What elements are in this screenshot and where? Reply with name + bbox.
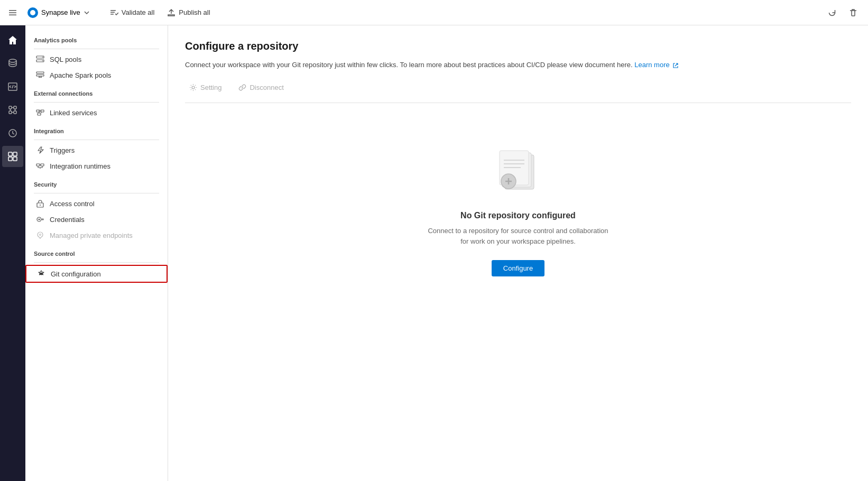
nav-divider-source-control: [34, 262, 159, 263]
git-configuration-label: Git configuration: [51, 270, 101, 278]
empty-state-description: Connect to a repository for source contr…: [428, 226, 608, 248]
page-description: Connect your workspace with your Git rep…: [185, 60, 851, 70]
nav-item-credentials[interactable]: Credentials: [25, 211, 168, 227]
validate-all-label: Validate all: [122, 8, 155, 16]
access-control-label: Access control: [50, 200, 95, 208]
svg-point-33: [40, 234, 41, 236]
topbar: Synapse live Validate all Publish all: [0, 0, 868, 25]
nav-section-security: Security: [25, 174, 168, 191]
sidebar-item-develop[interactable]: [2, 76, 23, 97]
svg-rect-5: [110, 12, 115, 13]
triggers-label: Triggers: [50, 146, 75, 154]
nav-item-apache-spark-pools[interactable]: Apache Spark pools: [25, 67, 168, 83]
trigger-icon: [36, 146, 44, 154]
learn-more-link[interactable]: Learn more: [634, 61, 679, 69]
svg-rect-9: [9, 106, 12, 109]
empty-state-title: No Git repository configured: [460, 211, 576, 220]
svg-rect-14: [8, 152, 12, 156]
nav-item-access-control[interactable]: Access control: [25, 196, 168, 211]
svg-rect-0: [9, 10, 16, 11]
nav-section-external-connections: External connections: [25, 83, 168, 100]
toolbar: Setting Disconnect: [185, 81, 851, 103]
content-area: Configure a repository Connect your work…: [168, 25, 868, 481]
managed-private-endpoints-label: Managed private endpoints: [50, 232, 133, 239]
runtime-icon: [36, 162, 44, 170]
validate-all-button[interactable]: Validate all: [105, 6, 160, 20]
sidebar-item-integrate[interactable]: [2, 99, 23, 121]
main-layout: Analytics pools SQL pools Apache Spark p…: [0, 25, 868, 481]
nav-item-linked-services[interactable]: Linked services: [25, 105, 168, 121]
nav-section-source-control: Source control: [25, 243, 168, 260]
svg-point-20: [42, 57, 43, 58]
linked-services-label: Linked services: [50, 109, 97, 117]
svg-rect-22: [36, 72, 44, 73]
svg-rect-1: [9, 12, 16, 13]
git-icon: [37, 270, 45, 278]
svg-point-35: [192, 86, 195, 89]
svg-rect-23: [36, 75, 44, 76]
topbar-right: [824, 4, 862, 21]
svg-rect-11: [9, 111, 12, 114]
configure-button[interactable]: Configure: [492, 260, 544, 276]
svg-rect-10: [14, 106, 16, 109]
nav-section-integration: Integration: [25, 121, 168, 137]
nav-item-triggers[interactable]: Triggers: [25, 142, 168, 158]
data-icon: [7, 58, 18, 69]
svg-rect-15: [13, 152, 17, 156]
svg-point-34: [40, 273, 42, 275]
workspace-selector[interactable]: Synapse live: [23, 5, 94, 20]
nav-panel: Analytics pools SQL pools Apache Spark p…: [25, 25, 168, 481]
nav-item-git-configuration[interactable]: Git configuration: [25, 265, 168, 283]
delete-button[interactable]: [845, 4, 862, 21]
svg-rect-27: [36, 164, 40, 166]
credentials-label: Credentials: [50, 216, 85, 224]
svg-rect-17: [13, 157, 17, 161]
svg-point-3: [30, 10, 35, 15]
endpoint-icon: [36, 231, 44, 239]
svg-point-21: [42, 60, 43, 61]
setting-icon: [189, 84, 197, 91]
publish-all-button[interactable]: Publish all: [162, 6, 215, 20]
workspace-icon: [27, 7, 38, 18]
home-icon: [7, 35, 18, 45]
icon-sidebar: [0, 25, 25, 481]
topbar-actions: Validate all Publish all: [105, 6, 216, 20]
disconnect-button[interactable]: Disconnect: [234, 81, 288, 94]
sidebar-item-monitor[interactable]: [2, 123, 23, 144]
svg-rect-28: [41, 164, 44, 166]
monitor-icon: [7, 128, 18, 138]
refresh-button[interactable]: [824, 4, 841, 21]
access-icon: [36, 199, 44, 208]
manage-icon: [7, 151, 18, 162]
validate-icon: [110, 8, 118, 17]
setting-button[interactable]: Setting: [185, 81, 226, 94]
nav-item-integration-runtimes[interactable]: Integration runtimes: [25, 158, 168, 174]
link-icon: [36, 108, 44, 117]
nav-divider-security: [34, 193, 159, 193]
sidebar-item-manage[interactable]: [2, 146, 23, 167]
nav-divider-integration: [34, 140, 159, 140]
publish-icon: [167, 8, 176, 17]
nav-section-analytics-pools: Analytics pools: [25, 30, 168, 47]
svg-point-7: [9, 59, 16, 62]
integrate-icon: [7, 105, 18, 115]
svg-rect-26: [38, 113, 41, 115]
sql-pools-label: SQL pools: [50, 56, 81, 63]
apache-spark-pools-label: Apache Spark pools: [50, 71, 111, 79]
spark-icon: [36, 71, 44, 79]
nav-item-sql-pools[interactable]: SQL pools: [25, 51, 168, 67]
description-text: Connect your workspace with your Git rep…: [185, 61, 633, 69]
svg-rect-16: [8, 157, 12, 161]
svg-point-30: [40, 205, 41, 206]
svg-point-32: [39, 219, 40, 220]
credentials-icon: [36, 215, 44, 224]
external-link-icon: [672, 62, 679, 69]
setting-label: Setting: [200, 84, 221, 91]
disconnect-icon: [238, 84, 246, 91]
expand-sidebar-button[interactable]: [6, 6, 19, 19]
develop-icon: [7, 81, 18, 92]
sidebar-item-data[interactable]: [2, 53, 23, 74]
sidebar-item-home[interactable]: [2, 30, 23, 51]
svg-rect-6: [110, 14, 114, 15]
empty-state: No Git repository configured Connect to …: [185, 103, 851, 309]
